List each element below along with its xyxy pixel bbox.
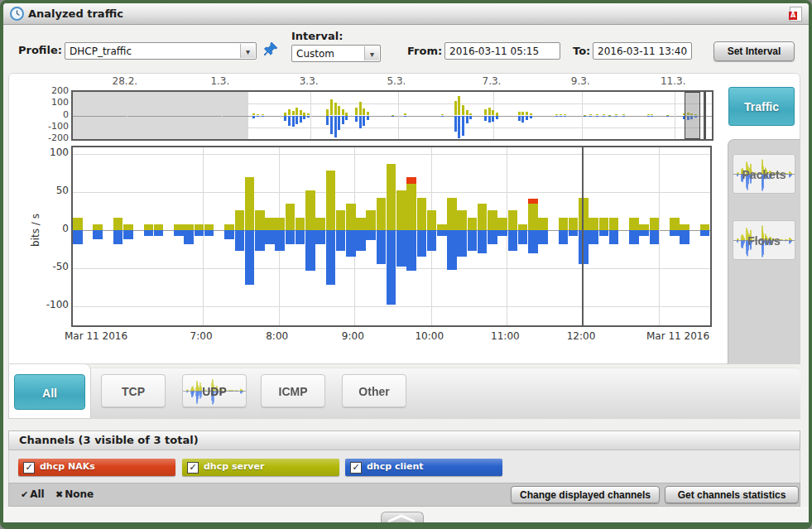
chart-bar [538, 218, 548, 231]
chart-bar [334, 103, 337, 116]
chart-bar [466, 116, 468, 124]
chart-cursor[interactable] [582, 147, 584, 325]
chart-bar [458, 116, 460, 139]
chart-bar [700, 224, 710, 230]
change-displayed-channels-button[interactable]: Change displayed channels [511, 486, 660, 503]
chart-bar [396, 190, 406, 230]
main-y-axis: 100500-50-100 [34, 146, 69, 324]
chart-bar [224, 224, 234, 230]
pdf-export-icon[interactable]: A [790, 7, 802, 22]
collapse-panel-handle[interactable] [381, 512, 424, 527]
gridline [73, 154, 710, 155]
gridline [73, 103, 712, 104]
chart-bar [609, 230, 619, 244]
chart-bar [195, 230, 204, 236]
chart-bar [356, 218, 366, 231]
chart-bar [265, 230, 275, 244]
chart-bar [305, 230, 315, 271]
profile-select[interactable]: DHCP_traffic ▾ [65, 42, 257, 60]
proto-tab-udp[interactable]: UDP [182, 374, 247, 407]
channel-chip[interactable]: ✓dhcp NAKs [18, 459, 175, 476]
main-x-axis: Mar 11 20167:008:009:0010:0011:0012:00Ma… [71, 330, 709, 344]
channels-header: Channels (3 visible of 3 total) [8, 430, 800, 450]
proto-tab-all[interactable]: All [14, 374, 85, 410]
chart-bar [599, 230, 609, 236]
proto-tab-label: Other [358, 385, 389, 398]
titlebar[interactable]: Analyzed traffic A [3, 3, 809, 25]
chart-bar [458, 96, 460, 116]
traffic-chart[interactable] [71, 146, 712, 327]
axis-tick-label: 9.3. [571, 75, 590, 87]
chart-bar [518, 116, 521, 121]
chart-bar [680, 224, 689, 230]
set-interval-button[interactable]: Set Interval [714, 41, 795, 61]
chart-bar [478, 230, 488, 253]
chart-bar [174, 224, 184, 230]
tab-flows[interactable]: Flows [733, 220, 795, 260]
axis-tick-label: 3.3. [300, 75, 319, 87]
chart-bar [315, 218, 325, 231]
chart-bar [496, 116, 498, 119]
select-none-link[interactable]: ✖None [55, 488, 94, 500]
chart-bar [73, 230, 83, 244]
chart-bar [326, 109, 329, 115]
to-input[interactable] [593, 42, 692, 60]
channels-row: ✓dhcp NAKs✓dhcp server✓dhcp client [8, 450, 800, 483]
chart-bar [608, 116, 611, 117]
chart-bar [603, 116, 605, 118]
chart-bar [113, 218, 123, 231]
chart-bar [336, 210, 346, 230]
overview-selection[interactable] [685, 92, 700, 139]
select-all-link[interactable]: ✔All [21, 488, 45, 500]
chart-bar [295, 116, 298, 125]
chart-bar [651, 116, 653, 117]
proto-tab-other[interactable]: Other [342, 374, 406, 407]
channel-checkbox[interactable]: ✓ [350, 462, 362, 474]
chart-bar [288, 116, 291, 126]
chart-bar [629, 218, 639, 231]
chart-bar [123, 230, 133, 239]
axis-tick-label: 12:00 [567, 330, 596, 342]
channel-checkbox[interactable]: ✓ [23, 462, 35, 474]
axis-tick-label: 10:00 [415, 330, 444, 342]
chart-bar [265, 218, 275, 231]
channel-chip[interactable]: ✓dhcp client [345, 459, 502, 476]
chart-bar [437, 230, 447, 236]
chart-bar [589, 218, 598, 231]
get-channels-statistics-button[interactable]: Get channels statistics [665, 486, 799, 503]
overview-chart[interactable] [71, 90, 714, 141]
axis-tick-label: 100 [51, 97, 69, 108]
channel-chip[interactable]: ✓dhcp server [182, 459, 339, 476]
tab-packets[interactable]: Packets [733, 154, 795, 194]
axis-tick-label: 9:00 [342, 330, 364, 342]
chart-bar [528, 230, 538, 253]
proto-tab-icmp[interactable]: ICMP [261, 374, 325, 407]
axis-tick-label: 7:00 [190, 330, 213, 342]
overview-y-axis: 2001000-100-200 [34, 90, 69, 137]
chart-bar [559, 218, 569, 231]
proto-tab-label: UDP [202, 385, 227, 398]
proto-tab-tcp[interactable]: TCP [101, 374, 166, 407]
from-label: From: [407, 45, 442, 57]
chart-bar [462, 105, 464, 115]
chart-bar [417, 230, 427, 257]
tab-traffic[interactable]: Traffic [728, 87, 795, 126]
chart-bar [622, 116, 625, 117]
chart-bar [292, 116, 295, 127]
gridline [222, 92, 223, 139]
from-input[interactable] [444, 42, 560, 60]
interval-select-value: Custom [296, 48, 334, 60]
overview-selection-handle[interactable] [704, 92, 706, 139]
chart-bar [338, 116, 340, 130]
chart-bar [93, 224, 103, 230]
axis-tick-label: 8:00 [266, 330, 288, 342]
pin-icon[interactable] [263, 41, 278, 58]
chart-bar [330, 99, 333, 116]
interval-select[interactable]: Custom ▾ [291, 45, 381, 62]
channel-checkbox[interactable]: ✓ [187, 462, 199, 474]
chart-bar [377, 230, 387, 264]
axis-tick-label: 200 [51, 85, 69, 96]
axis-tick-label: -50 [52, 261, 69, 272]
chart-bar [275, 218, 285, 231]
chart-bar-nak [406, 177, 416, 184]
